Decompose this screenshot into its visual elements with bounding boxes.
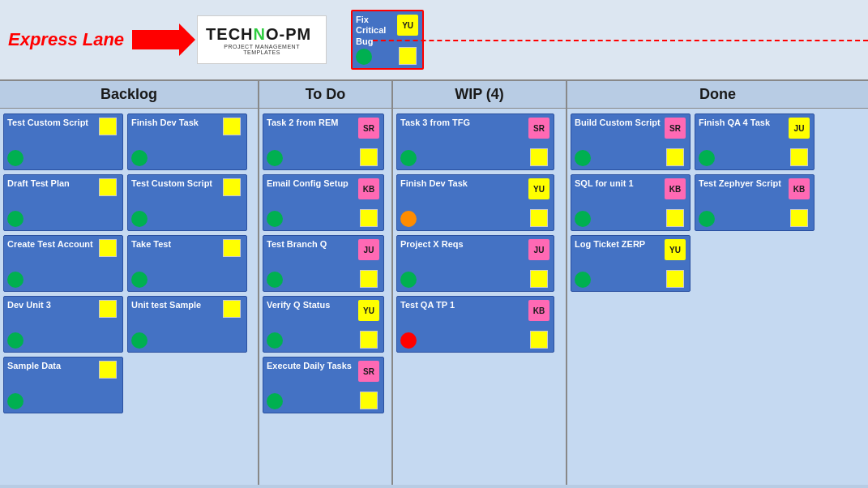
backlog-stack-1: Test Custom Script Draft Test Plan: [3, 113, 123, 413]
header-done: Done: [567, 81, 868, 108]
card-verify-q-status[interactable]: Verify Q Status YU: [263, 296, 384, 353]
express-card-circle: [356, 49, 372, 65]
header-backlog: Backlog: [0, 81, 259, 108]
circle-green: [131, 211, 148, 227]
card-finish-dev-task-wip[interactable]: Finish Dev Task YU: [396, 174, 554, 231]
circle-green: [131, 332, 148, 349]
card-build-custom-script[interactable]: Build Custom Script SR: [571, 113, 691, 170]
card-finish-dev-task-backlog[interactable]: Finish Dev Task: [127, 113, 247, 170]
column-wip: Task 3 from TFG SR Finish Dev Task YU Pr…: [393, 109, 567, 485]
express-lane-bar: Express Lane TECHNO-PM PROJECT MANAGEMEN…: [0, 0, 868, 81]
express-card-sq: [399, 47, 417, 65]
card-log-ticket-zerp[interactable]: Log Ticket ZERP YU: [571, 235, 691, 292]
circle-green: [7, 150, 24, 166]
circle-green: [131, 150, 148, 166]
card-test-custom-script-2[interactable]: Test Custom Script: [127, 174, 247, 231]
card-task3-tfg[interactable]: Task 3 from TFG SR: [396, 113, 554, 170]
card-finish-qa4[interactable]: Finish QA 4 Task JU: [695, 113, 815, 170]
circle-green: [7, 393, 24, 409]
board: Test Custom Script Draft Test Plan: [0, 109, 868, 485]
column-todo: Task 2 from REM SR Email Config Setup KB…: [259, 109, 393, 485]
card-create-test-account[interactable]: Create Test Account: [3, 235, 123, 292]
circle-green: [7, 272, 24, 288]
done-stack-2: Finish QA 4 Task JU Test Zephyer Script …: [695, 113, 815, 292]
column-done: Build Custom Script SR SQL for unit 1 KB: [567, 109, 868, 485]
card-test-branch-q[interactable]: Test Branch Q JU: [263, 235, 384, 292]
circle-green: [7, 211, 24, 227]
card-test-custom-script-1[interactable]: Test Custom Script: [3, 113, 123, 170]
card-sample-data[interactable]: Sample Data: [3, 357, 123, 413]
card-execute-daily-tasks[interactable]: Execute Daily Tasks SR: [263, 357, 384, 413]
card-draft-test-plan[interactable]: Draft Test Plan: [3, 174, 123, 231]
express-card-badge: YU: [397, 15, 418, 36]
card-dev-unit-3[interactable]: Dev Unit 3: [3, 296, 123, 353]
card-project-x-reqs[interactable]: Project X Reqs JU: [396, 235, 554, 292]
card-task2-rem[interactable]: Task 2 from REM SR: [263, 113, 384, 170]
card-sql-unit1[interactable]: SQL for unit 1 KB: [571, 174, 691, 231]
card-unit-test-sample[interactable]: Unit test Sample: [127, 296, 247, 353]
header-todo: To Do: [259, 81, 393, 108]
card-test-zephyer[interactable]: Test Zephyer Script KB: [695, 174, 815, 231]
columns-header: Backlog To Do WIP (4) Done: [0, 81, 868, 109]
express-lane-arrow: [132, 30, 181, 49]
express-lane-title: Express Lane: [8, 29, 124, 50]
logo-subtext: PROJECT MANAGEMENT TEMPLATES: [206, 44, 318, 55]
logo-text: TECHNO-PM: [206, 25, 318, 44]
express-card-title: Fix Critical Bug: [356, 15, 393, 47]
card-test-qa-tp1[interactable]: Test QA TP 1 KB: [396, 296, 554, 353]
card-take-test[interactable]: Take Test: [127, 235, 247, 292]
express-dashed-line: [373, 40, 868, 41]
done-stack-1: Build Custom Script SR SQL for unit 1 KB: [571, 113, 691, 292]
header-wip: WIP (4): [393, 81, 567, 108]
card-email-config[interactable]: Email Config Setup KB: [263, 174, 384, 231]
backlog-stack-2: Finish Dev Task Test Custom Script: [127, 113, 247, 413]
column-backlog: Test Custom Script Draft Test Plan: [0, 109, 259, 485]
circle-green: [7, 332, 24, 349]
circle-green: [131, 272, 148, 288]
logo: TECHNO-PM PROJECT MANAGEMENT TEMPLATES: [197, 15, 327, 64]
